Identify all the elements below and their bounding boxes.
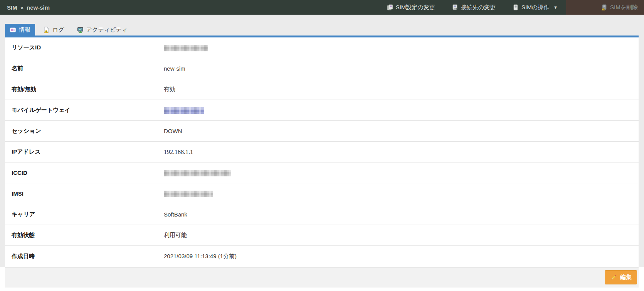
top-bar: SIM » new-sim SIM設定の変更 接続先の変更 bbox=[0, 0, 644, 15]
tab-activity[interactable]: アクティビティ bbox=[72, 24, 132, 36]
footer-bar: 編集 bbox=[5, 267, 639, 288]
table-row: IMSI bbox=[5, 183, 639, 204]
sim-operation-button[interactable]: SIMの操作 ▼ bbox=[504, 0, 566, 15]
chevron-down-icon: ▼ bbox=[553, 5, 558, 10]
row-value: 利用可能 bbox=[164, 232, 187, 239]
activity-tab-icon bbox=[77, 27, 84, 33]
sim-delete-icon: ! bbox=[601, 4, 607, 10]
pencil-icon bbox=[610, 274, 617, 281]
tab-bar: 情報 ! ログ アクティビティ bbox=[5, 24, 132, 36]
connection-change-button[interactable]: 接続先の変更 bbox=[444, 0, 504, 15]
row-label: 作成日時 bbox=[5, 253, 164, 260]
table-row: 有効状態 利用可能 bbox=[5, 225, 639, 246]
row-label: ICCID bbox=[5, 169, 164, 176]
edit-button[interactable]: 編集 bbox=[605, 270, 637, 284]
row-label: IPアドレス bbox=[5, 148, 164, 156]
edit-button-label: 編集 bbox=[620, 274, 632, 281]
table-row: ICCID bbox=[5, 162, 639, 183]
table-row: モバイルゲートウェイ bbox=[5, 100, 639, 121]
table-row: IPアドレス 192.168.1.1 bbox=[5, 142, 639, 162]
connection-change-label: 接続先の変更 bbox=[461, 4, 496, 11]
row-label: リソースID bbox=[5, 44, 164, 51]
row-value: DOWN bbox=[164, 128, 182, 134]
sim-delete-label: SIMを削除 bbox=[610, 4, 638, 11]
breadcrumb-current: new-sim bbox=[27, 4, 50, 11]
tab-log[interactable]: ! ログ bbox=[39, 24, 69, 36]
row-value: 有効 bbox=[164, 86, 175, 93]
topbar-actions: SIM設定の変更 接続先の変更 SIMの操作 ▼ bbox=[378, 0, 644, 15]
table-row: 名前 new-sim bbox=[5, 58, 639, 79]
row-value bbox=[164, 190, 213, 197]
row-value bbox=[164, 44, 208, 51]
row-value: SoftBank bbox=[164, 211, 187, 218]
row-value: 192.168.1.1 bbox=[164, 149, 193, 156]
redacted-link-value[interactable] bbox=[164, 107, 204, 114]
row-value: new-sim bbox=[164, 65, 185, 72]
sim-operation-label: SIMの操作 bbox=[521, 4, 549, 11]
table-row: 作成日時 2021/03/09 11:13:49 (1分前) bbox=[5, 246, 639, 267]
tab-info-label: 情報 bbox=[19, 26, 30, 34]
breadcrumb-root[interactable]: SIM bbox=[7, 4, 17, 11]
row-value: 2021/03/09 11:13:49 (1分前) bbox=[164, 253, 237, 260]
row-label: 有効/無効 bbox=[5, 86, 164, 93]
row-label: IMSI bbox=[5, 190, 164, 197]
svg-text:!: ! bbox=[46, 30, 47, 33]
row-label: キャリア bbox=[5, 211, 164, 218]
breadcrumb-separator: » bbox=[20, 4, 24, 11]
row-label: セッション bbox=[5, 127, 164, 135]
redacted-value bbox=[164, 45, 208, 51]
sim-delete-button[interactable]: ! SIMを削除 bbox=[566, 0, 644, 15]
tab-info[interactable]: 情報 bbox=[5, 24, 35, 36]
table-row: リソースID bbox=[5, 37, 639, 58]
table-row: 有効/無効 有効 bbox=[5, 79, 639, 100]
redacted-value bbox=[164, 170, 231, 176]
sim-detail-page: SIM » new-sim SIM設定の変更 接続先の変更 bbox=[0, 0, 644, 291]
sim-settings-change-label: SIM設定の変更 bbox=[396, 4, 435, 11]
row-value bbox=[164, 169, 231, 176]
connection-change-icon bbox=[452, 4, 458, 10]
info-table: リソースID 名前 new-sim 有効/無効 有効 モバイルゲートウェイ セッ… bbox=[5, 36, 639, 267]
row-value bbox=[164, 107, 204, 114]
info-tab-icon bbox=[10, 27, 16, 33]
table-row: セッション DOWN bbox=[5, 121, 639, 142]
breadcrumb: SIM » new-sim bbox=[7, 4, 50, 11]
tab-activity-label: アクティビティ bbox=[86, 26, 128, 34]
row-label: 有効状態 bbox=[5, 232, 164, 239]
sim-operation-icon bbox=[513, 4, 519, 10]
sim-settings-change-button[interactable]: SIM設定の変更 bbox=[378, 0, 444, 15]
svg-text:!: ! bbox=[603, 8, 604, 10]
redacted-value bbox=[164, 191, 213, 197]
tab-log-label: ログ bbox=[52, 26, 64, 34]
sim-settings-icon bbox=[387, 4, 393, 10]
row-label: 名前 bbox=[5, 65, 164, 72]
row-label: モバイルゲートウェイ bbox=[5, 107, 164, 114]
table-row: キャリア SoftBank bbox=[5, 204, 639, 225]
log-tab-icon: ! bbox=[43, 27, 50, 33]
